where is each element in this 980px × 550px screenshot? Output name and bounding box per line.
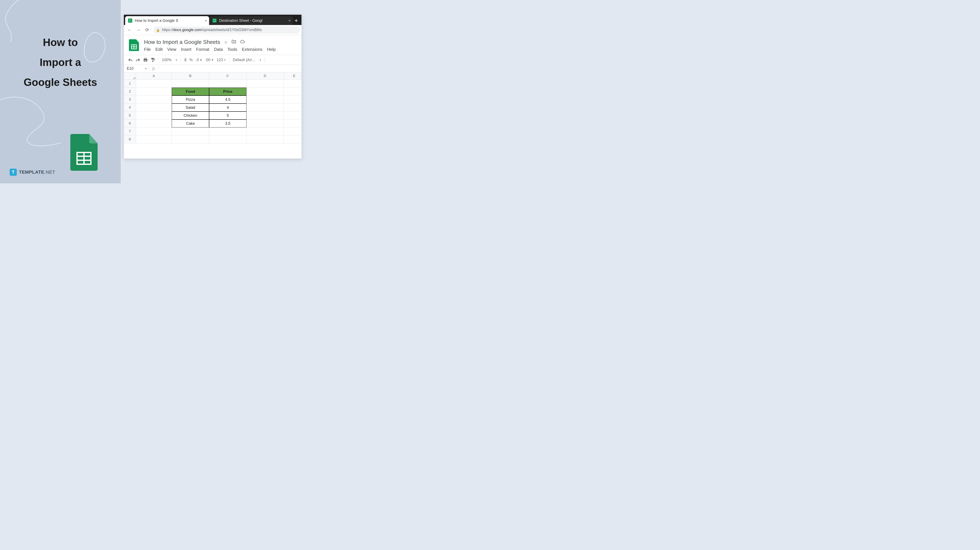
cell[interactable] — [209, 128, 247, 136]
col-header[interactable]: B — [172, 72, 209, 80]
row-header[interactable]: 6 — [124, 120, 136, 128]
undo-button[interactable] — [128, 58, 133, 62]
cell[interactable] — [136, 96, 172, 104]
grid-body: A B C D E Food Price — [136, 72, 301, 143]
row-header[interactable]: 3 — [124, 96, 136, 104]
cell[interactable] — [284, 80, 301, 88]
font-select[interactable]: Default (Ari… ▼ — [233, 58, 261, 62]
url-host: docs.google.com — [173, 28, 202, 32]
paint-format-button[interactable] — [151, 57, 155, 62]
menu-bar: File Edit View Insert Format Data Tools … — [144, 47, 276, 52]
cell[interactable] — [209, 136, 247, 143]
cell[interactable] — [247, 104, 284, 112]
google-sheets-logo-icon — [70, 134, 98, 171]
row-header[interactable]: 7 — [124, 128, 136, 136]
reload-button[interactable]: ⟳ — [145, 27, 150, 33]
cell[interactable] — [284, 104, 301, 112]
new-tab-button[interactable]: + — [293, 16, 299, 25]
cell[interactable] — [136, 104, 172, 112]
cell[interactable] — [136, 88, 172, 96]
table-cell[interactable]: Cake — [172, 120, 209, 128]
cell[interactable] — [136, 80, 172, 88]
browser-tab-active[interactable]: How to Import a Google S × — [125, 16, 209, 25]
percent-button[interactable]: % — [189, 58, 193, 62]
row-header[interactable]: 1 — [124, 80, 136, 88]
heading-line-1: How to — [0, 33, 121, 53]
menu-tools[interactable]: Tools — [228, 47, 237, 52]
cell[interactable] — [247, 120, 284, 128]
menu-edit[interactable]: Edit — [155, 47, 162, 52]
table-header-cell[interactable]: Food — [172, 88, 209, 96]
col-header[interactable]: C — [209, 72, 247, 80]
table-cell[interactable]: Salad — [172, 104, 209, 112]
menu-format[interactable]: Format — [196, 47, 209, 52]
font-value: Default (Ari… — [233, 58, 256, 62]
print-button[interactable] — [143, 58, 148, 62]
table-cell[interactable]: 4.5 — [209, 96, 247, 104]
browser-window: How to Import a Google S × Destination S… — [124, 15, 301, 159]
col-header[interactable]: E — [284, 72, 301, 80]
move-to-folder-icon[interactable] — [232, 40, 236, 45]
row-header[interactable]: 2 — [124, 88, 136, 96]
cell[interactable] — [284, 136, 301, 143]
close-tab-icon[interactable]: × — [205, 19, 207, 23]
back-button[interactable]: ← — [127, 27, 132, 33]
table-cell[interactable]: Chicken — [172, 112, 209, 120]
svg-rect-11 — [153, 61, 153, 62]
row-header[interactable]: 4 — [124, 104, 136, 112]
increase-decimal-button[interactable]: .00 — [205, 58, 214, 62]
name-box[interactable]: E10 ▼ — [124, 66, 149, 71]
cell[interactable] — [172, 136, 209, 143]
cell[interactable] — [284, 112, 301, 120]
cell[interactable] — [136, 112, 172, 120]
cloud-status-icon[interactable] — [240, 40, 245, 45]
table-cell[interactable]: Pizza — [172, 96, 209, 104]
table-cell[interactable]: 3.5 — [209, 120, 247, 128]
cell[interactable] — [172, 128, 209, 136]
table-cell[interactable]: 5 — [209, 112, 247, 120]
currency-button[interactable]: $ — [185, 58, 186, 62]
cell[interactable] — [136, 136, 172, 143]
close-tab-icon[interactable]: × — [288, 19, 291, 23]
brand-text: TEMPLATE.NET — [19, 169, 55, 175]
menu-data[interactable]: Data — [214, 47, 223, 52]
forward-button[interactable]: → — [135, 27, 141, 33]
fx-label: fx — [149, 66, 158, 71]
cell[interactable] — [247, 88, 284, 96]
star-icon[interactable]: ☆ — [224, 40, 228, 45]
cell[interactable] — [247, 96, 284, 104]
doc-title[interactable]: How to Import a Google Sheets — [144, 39, 220, 45]
cell[interactable] — [136, 120, 172, 128]
redo-button[interactable] — [135, 58, 140, 62]
col-header[interactable]: A — [136, 72, 172, 80]
row-header[interactable]: 5 — [124, 112, 136, 120]
table-cell[interactable]: 4 — [209, 104, 247, 112]
menu-extensions[interactable]: Extensions — [242, 47, 262, 52]
cell[interactable] — [209, 80, 247, 88]
cell[interactable] — [247, 80, 284, 88]
cell[interactable] — [136, 128, 172, 136]
select-all-corner[interactable] — [124, 72, 136, 80]
decrease-decimal-button[interactable]: .0 — [196, 58, 202, 62]
cell[interactable] — [247, 136, 284, 143]
cell[interactable] — [284, 120, 301, 128]
cell[interactable] — [284, 96, 301, 104]
menu-help[interactable]: Help — [267, 47, 276, 52]
cell[interactable] — [247, 128, 284, 136]
row-header[interactable]: 8 — [124, 136, 136, 143]
browser-tab-inactive[interactable]: Destination Sheet - Googl × — [210, 16, 293, 25]
menu-view[interactable]: View — [167, 47, 177, 52]
sheets-app-icon[interactable] — [128, 39, 140, 51]
address-bar[interactable]: 🔒 https://docs.google.com/spreadsheets/d… — [153, 27, 300, 33]
cell[interactable] — [172, 80, 209, 88]
brand-main: TEMPLATE — [19, 169, 44, 175]
table-header-cell[interactable]: Price — [209, 88, 247, 96]
menu-insert[interactable]: Insert — [181, 47, 191, 52]
cell[interactable] — [284, 128, 301, 136]
col-header[interactable]: D — [247, 72, 284, 80]
cell[interactable] — [284, 88, 301, 96]
menu-file[interactable]: File — [144, 47, 151, 52]
zoom-select[interactable]: 100% ▼ — [162, 58, 177, 62]
cell[interactable] — [247, 112, 284, 120]
number-format-select[interactable]: 123▼ — [217, 58, 226, 62]
